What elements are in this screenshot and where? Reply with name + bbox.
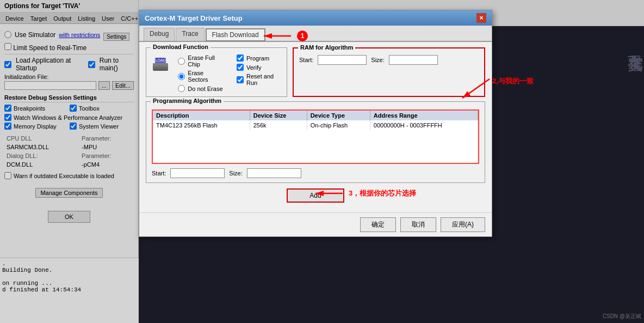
algo-row-1[interactable]: TM4C123 256kB Flash 256k On-chip Flash 0…: [153, 120, 478, 130]
algo-start-input[interactable]: [170, 168, 225, 178]
erase-options: Erase Full Chip Erase Sectors Do not Era…: [178, 54, 224, 92]
ram-section-title: RAM for Algorithm: [298, 44, 355, 51]
algo-row-1-addr: 00000000H - 0003FFFFH: [370, 120, 478, 130]
flash-options: Program Verify Reset and Run: [237, 54, 281, 86]
algo-bottom-row: Start: Size:: [152, 168, 479, 178]
program-checkbox[interactable]: [237, 54, 244, 62]
do-not-erase-label: Do not Erase: [188, 86, 222, 92]
do-not-erase-option[interactable]: Do not Erase: [178, 85, 224, 92]
reset-run-option[interactable]: Reset and Run: [237, 73, 281, 86]
dialog-close-button[interactable]: ×: [476, 13, 486, 23]
algo-table-body: TM4C123 256kB Flash 256k On-chip Flash 0…: [153, 120, 478, 163]
annotation-1-badge: 1: [297, 31, 308, 41]
annotation-1: 1: [261, 31, 308, 41]
load-icon: LOAD: [152, 54, 169, 74]
arrow-left-icon: [261, 31, 294, 41]
apply-button[interactable]: 应用(A): [441, 217, 485, 232]
dialog-titlebar: Cortex-M Target Driver Setup ×: [139, 10, 492, 26]
algo-row-1-desc: TM4C123 256kB Flash: [153, 120, 250, 130]
download-function-section: Download Function LOAD Erase Full Chip: [146, 47, 287, 97]
ram-start-input[interactable]: 0x20000000: [318, 55, 367, 65]
ram-size-input[interactable]: 0x00001000: [389, 55, 438, 65]
col-device-size: Device Size: [250, 111, 307, 120]
algo-empty-rows: [153, 130, 478, 163]
tab-debug[interactable]: Debug: [144, 28, 175, 41]
algo-row-1-type: On-chip Flash: [307, 120, 370, 130]
annotation-3: 3，根据你的芯片选择: [313, 188, 416, 199]
algo-section-title: Programming Algorithm: [151, 97, 224, 104]
download-function-title: Download Function: [151, 44, 210, 50]
erase-full-chip-option[interactable]: Erase Full Chip: [178, 54, 224, 68]
col-description: Description: [153, 111, 250, 120]
algo-row-1-size: 256k: [250, 120, 307, 130]
program-option[interactable]: Program: [237, 54, 281, 62]
algo-start-label: Start:: [152, 170, 166, 176]
ram-row: Start: 0x20000000 Size: 0x00001000: [299, 55, 479, 65]
dialog-tabs: Debug Trace Flash Download: [139, 26, 492, 42]
erase-sectors-label: Erase Sectors: [188, 70, 224, 83]
erase-sectors-option[interactable]: Erase Sectors: [178, 70, 224, 83]
algo-table: Description Device Size Device Type Addr…: [153, 111, 478, 163]
algo-size-label: Size:: [229, 170, 242, 176]
dialog-body: Download Function LOAD Erase Full Chip: [139, 42, 492, 212]
top-sections: Download Function LOAD Erase Full Chip: [146, 47, 485, 97]
annotation-2-text: 2,与我的一致: [492, 76, 534, 86]
verify-label: Verify: [246, 64, 262, 71]
load-icon-top: LOAD: [155, 58, 166, 63]
load-icon-bottom: [153, 63, 168, 71]
annotation-2: 2,与我的一致: [457, 76, 500, 105]
confirm-button[interactable]: 确定: [360, 217, 396, 232]
dialog-title: Cortex-M Target Driver Setup: [145, 14, 243, 22]
erase-sectors-radio[interactable]: [178, 73, 185, 80]
svg-line-3: [462, 79, 490, 98]
dialog-footer: 确定 取消 应用(A): [139, 212, 492, 236]
verify-checkbox[interactable]: [237, 64, 244, 71]
cancel-button[interactable]: 取消: [400, 217, 436, 232]
erase-full-chip-radio[interactable]: [178, 58, 185, 65]
arrow-left-2-icon: [313, 188, 345, 199]
erase-full-chip-label: Erase Full Chip: [188, 54, 224, 68]
algo-size-input[interactable]: [247, 168, 301, 178]
reset-run-label: Reset and Run: [246, 73, 281, 86]
verify-option[interactable]: Verify: [237, 64, 281, 71]
annotation-3-text: 3，根据你的芯片选择: [349, 188, 416, 198]
reset-run-checkbox[interactable]: [237, 76, 244, 83]
do-not-erase-radio[interactable]: [178, 85, 185, 92]
programming-algo-section: Programming Algorithm Description Device…: [146, 101, 485, 183]
col-device-type: Device Type: [307, 111, 370, 120]
tab-flash-download[interactable]: Flash Download: [206, 28, 265, 41]
ram-algorithm-section: RAM for Algorithm Start: 0x20000000 Size…: [293, 47, 485, 97]
ram-size-label: Size:: [371, 57, 384, 63]
cortex-driver-dialog: Cortex-M Target Driver Setup × Debug Tra…: [139, 10, 492, 237]
algo-table-header: Description Device Size Device Type Addr…: [153, 111, 478, 120]
program-label: Program: [246, 55, 269, 62]
tab-trace[interactable]: Trace: [176, 28, 204, 41]
algo-table-wrapper: Description Device Size Device Type Addr…: [152, 109, 479, 164]
download-inner: LOAD Erase Full Chip Erase Sectors: [152, 54, 281, 92]
col-address-range: Address Range: [370, 111, 478, 120]
ram-start-label: Start:: [299, 57, 313, 63]
